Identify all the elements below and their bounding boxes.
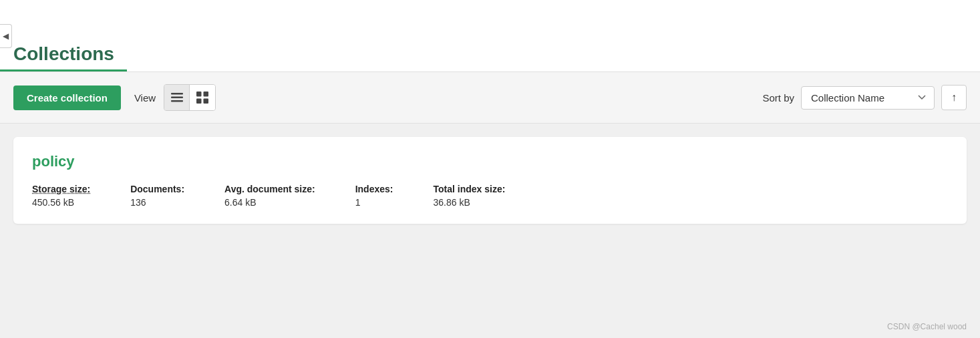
svg-rect-4 [204, 92, 209, 97]
collapse-arrow[interactable]: ◀ [0, 24, 12, 48]
sort-area: Sort by Collection Name Document Count S… [762, 85, 967, 110]
svg-rect-6 [204, 99, 209, 104]
view-toggle-group [164, 84, 216, 111]
sort-select[interactable]: Collection Name Document Count Storage S… [801, 86, 935, 110]
collection-stats: Storage size: 450.56 kB Documents: 136 A… [32, 184, 948, 208]
stat-avg-doc-size-label: Avg. document size: [224, 184, 315, 194]
toolbar: Create collection View Sort by Collectio… [0, 72, 980, 124]
stat-avg-doc-size: Avg. document size: 6.64 kB [224, 184, 315, 208]
stat-indexes: Indexes: 1 [355, 184, 393, 208]
stat-documents-value: 136 [130, 197, 184, 208]
stat-documents: Documents: 136 [130, 184, 184, 208]
stat-indexes-value: 1 [355, 197, 393, 208]
svg-rect-2 [171, 100, 183, 102]
sort-by-label: Sort by [762, 92, 794, 104]
stat-total-index-size: Total index size: 36.86 kB [433, 184, 505, 208]
stat-total-index-size-value: 36.86 kB [433, 197, 505, 208]
collection-name[interactable]: policy [32, 153, 948, 170]
stat-avg-doc-size-value: 6.64 kB [224, 197, 315, 208]
stat-storage-size-value: 450.56 kB [32, 197, 90, 208]
svg-rect-1 [171, 97, 183, 99]
grid-view-button[interactable] [190, 85, 215, 110]
header: ◀ Collections [0, 0, 980, 72]
title-underline [0, 69, 127, 71]
list-view-button[interactable] [164, 85, 190, 110]
stat-storage-size-label: Storage size: [32, 184, 90, 194]
view-label: View [134, 92, 156, 104]
watermark: CSDN @Cachel wood [887, 322, 967, 331]
main-content: policy Storage size: 450.56 kB Documents… [0, 124, 980, 324]
stat-total-index-size-label: Total index size: [433, 184, 505, 194]
sort-order-button[interactable]: ↑ [941, 85, 967, 110]
stat-storage-size: Storage size: 450.56 kB [32, 184, 90, 208]
svg-rect-5 [196, 99, 202, 104]
page-title: Collections [13, 43, 114, 71]
collection-card: policy Storage size: 450.56 kB Documents… [13, 137, 967, 224]
create-collection-button[interactable]: Create collection [13, 86, 121, 110]
stat-indexes-label: Indexes: [355, 184, 393, 194]
stat-documents-label: Documents: [130, 184, 184, 194]
svg-rect-0 [171, 93, 183, 95]
svg-rect-3 [196, 92, 202, 97]
